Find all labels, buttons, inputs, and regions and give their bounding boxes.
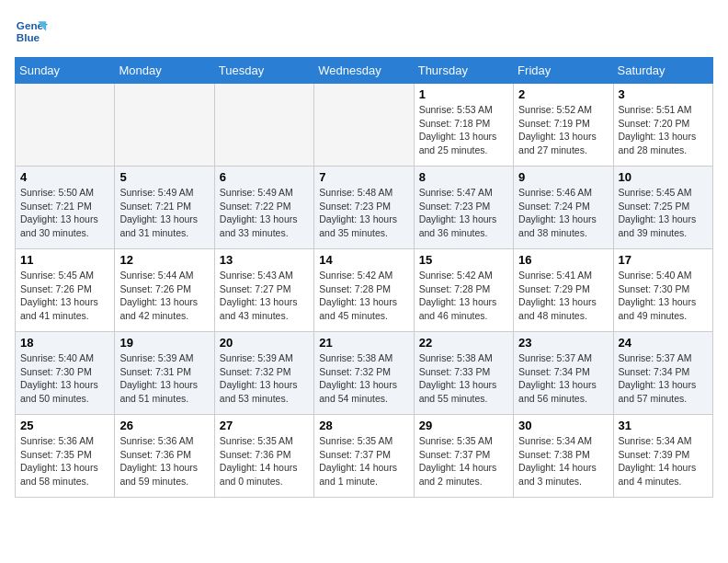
day-info: Sunrise: 5:47 AM Sunset: 7:23 PM Dayligh…: [419, 186, 508, 240]
day-info: Sunrise: 5:43 AM Sunset: 7:27 PM Dayligh…: [220, 269, 309, 323]
day-info: Sunrise: 5:37 AM Sunset: 7:34 PM Dayligh…: [518, 351, 608, 406]
calendar-day-cell: 16Sunrise: 5:41 AM Sunset: 7:29 PM Dayli…: [514, 249, 613, 332]
weekday-header: Thursday: [414, 58, 513, 84]
weekday-header: Saturday: [613, 58, 712, 84]
day-number: 6: [220, 170, 309, 184]
calendar-day-cell: 28Sunrise: 5:35 AM Sunset: 7:37 PM Dayli…: [314, 415, 414, 498]
calendar-day-cell: 27Sunrise: 5:35 AM Sunset: 7:36 PM Dayli…: [214, 415, 313, 498]
day-number: 7: [319, 170, 408, 184]
day-info: Sunrise: 5:34 AM Sunset: 7:39 PM Dayligh…: [619, 434, 708, 488]
calendar-day-cell: 5Sunrise: 5:49 AM Sunset: 7:21 PM Daylig…: [115, 167, 214, 249]
day-info: Sunrise: 5:36 AM Sunset: 7:35 PM Dayligh…: [20, 434, 109, 488]
calendar-day-cell: [214, 84, 313, 167]
day-number: 9: [518, 170, 608, 184]
calendar-day-cell: 29Sunrise: 5:35 AM Sunset: 7:37 PM Dayli…: [414, 415, 513, 498]
calendar-day-cell: 19Sunrise: 5:39 AM Sunset: 7:31 PM Dayli…: [115, 332, 214, 415]
calendar-day-cell: 31Sunrise: 5:34 AM Sunset: 7:39 PM Dayli…: [613, 415, 712, 498]
weekday-header: Wednesday: [314, 58, 414, 84]
day-number: 21: [319, 336, 408, 350]
calendar-day-cell: 11Sunrise: 5:45 AM Sunset: 7:26 PM Dayli…: [16, 249, 115, 332]
day-number: 11: [20, 253, 109, 267]
calendar-day-cell: 4Sunrise: 5:50 AM Sunset: 7:21 PM Daylig…: [16, 167, 115, 249]
day-info: Sunrise: 5:34 AM Sunset: 7:38 PM Dayligh…: [518, 434, 608, 488]
day-number: 20: [220, 336, 309, 350]
day-info: Sunrise: 5:49 AM Sunset: 7:22 PM Dayligh…: [220, 186, 309, 240]
day-number: 10: [619, 170, 708, 184]
day-info: Sunrise: 5:48 AM Sunset: 7:23 PM Dayligh…: [319, 186, 408, 240]
weekday-header: Friday: [514, 58, 613, 84]
day-info: Sunrise: 5:40 AM Sunset: 7:30 PM Dayligh…: [619, 269, 708, 323]
calendar-day-cell: 9Sunrise: 5:46 AM Sunset: 7:24 PM Daylig…: [514, 167, 613, 249]
calendar-day-cell: 25Sunrise: 5:36 AM Sunset: 7:35 PM Dayli…: [16, 415, 115, 498]
weekday-header: Tuesday: [214, 58, 313, 84]
day-number: 4: [20, 170, 109, 184]
day-number: 22: [419, 336, 508, 350]
calendar-day-cell: 6Sunrise: 5:49 AM Sunset: 7:22 PM Daylig…: [214, 167, 313, 249]
day-number: 26: [119, 419, 209, 432]
day-number: 5: [119, 170, 209, 184]
calendar-week-row: 11Sunrise: 5:45 AM Sunset: 7:26 PM Dayli…: [16, 249, 713, 332]
day-number: 27: [220, 419, 309, 432]
page-header: General Blue: [15, 15, 713, 48]
day-number: 15: [419, 253, 508, 267]
calendar-week-row: 18Sunrise: 5:40 AM Sunset: 7:30 PM Dayli…: [16, 332, 713, 415]
logo-icon: General Blue: [15, 15, 48, 48]
day-number: 24: [619, 336, 708, 350]
calendar-day-cell: 7Sunrise: 5:48 AM Sunset: 7:23 PM Daylig…: [314, 167, 414, 249]
calendar-day-cell: 2Sunrise: 5:52 AM Sunset: 7:19 PM Daylig…: [514, 84, 613, 167]
day-info: Sunrise: 5:44 AM Sunset: 7:26 PM Dayligh…: [119, 269, 209, 323]
calendar-day-cell: 18Sunrise: 5:40 AM Sunset: 7:30 PM Dayli…: [16, 332, 115, 415]
day-number: 1: [419, 87, 508, 101]
day-number: 17: [619, 253, 708, 267]
calendar-day-cell: 3Sunrise: 5:51 AM Sunset: 7:20 PM Daylig…: [613, 84, 712, 167]
day-info: Sunrise: 5:42 AM Sunset: 7:28 PM Dayligh…: [319, 269, 408, 323]
day-info: Sunrise: 5:35 AM Sunset: 7:37 PM Dayligh…: [319, 434, 408, 488]
day-number: 2: [518, 87, 608, 101]
calendar-day-cell: 17Sunrise: 5:40 AM Sunset: 7:30 PM Dayli…: [613, 249, 712, 332]
svg-text:Blue: Blue: [17, 31, 40, 43]
day-info: Sunrise: 5:53 AM Sunset: 7:18 PM Dayligh…: [419, 103, 508, 157]
calendar-day-cell: 14Sunrise: 5:42 AM Sunset: 7:28 PM Dayli…: [314, 249, 414, 332]
day-info: Sunrise: 5:39 AM Sunset: 7:32 PM Dayligh…: [220, 351, 309, 406]
day-number: 29: [419, 419, 508, 432]
day-number: 23: [518, 336, 608, 350]
day-info: Sunrise: 5:46 AM Sunset: 7:24 PM Dayligh…: [518, 186, 608, 240]
calendar-day-cell: 21Sunrise: 5:38 AM Sunset: 7:32 PM Dayli…: [314, 332, 414, 415]
day-info: Sunrise: 5:37 AM Sunset: 7:34 PM Dayligh…: [619, 351, 708, 406]
calendar-day-cell: 12Sunrise: 5:44 AM Sunset: 7:26 PM Dayli…: [115, 249, 214, 332]
calendar-day-cell: 8Sunrise: 5:47 AM Sunset: 7:23 PM Daylig…: [414, 167, 513, 249]
day-info: Sunrise: 5:35 AM Sunset: 7:37 PM Dayligh…: [419, 434, 508, 488]
day-info: Sunrise: 5:42 AM Sunset: 7:28 PM Dayligh…: [419, 269, 508, 323]
day-number: 18: [20, 336, 109, 350]
day-info: Sunrise: 5:50 AM Sunset: 7:21 PM Dayligh…: [20, 186, 109, 240]
day-info: Sunrise: 5:38 AM Sunset: 7:32 PM Dayligh…: [319, 351, 408, 406]
day-info: Sunrise: 5:51 AM Sunset: 7:20 PM Dayligh…: [619, 103, 708, 157]
calendar-week-row: 1Sunrise: 5:53 AM Sunset: 7:18 PM Daylig…: [16, 84, 713, 167]
calendar-day-cell: 10Sunrise: 5:45 AM Sunset: 7:25 PM Dayli…: [613, 167, 712, 249]
weekday-header-row: SundayMondayTuesdayWednesdayThursdayFrid…: [16, 58, 713, 84]
logo: General Blue: [15, 15, 48, 48]
calendar-table: SundayMondayTuesdayWednesdayThursdayFrid…: [15, 57, 713, 498]
day-info: Sunrise: 5:49 AM Sunset: 7:21 PM Dayligh…: [119, 186, 209, 240]
day-info: Sunrise: 5:40 AM Sunset: 7:30 PM Dayligh…: [20, 351, 109, 406]
day-info: Sunrise: 5:41 AM Sunset: 7:29 PM Dayligh…: [518, 269, 608, 323]
calendar-day-cell: 22Sunrise: 5:38 AM Sunset: 7:33 PM Dayli…: [414, 332, 513, 415]
weekday-header: Monday: [115, 58, 214, 84]
calendar-day-cell: 24Sunrise: 5:37 AM Sunset: 7:34 PM Dayli…: [613, 332, 712, 415]
day-info: Sunrise: 5:45 AM Sunset: 7:25 PM Dayligh…: [619, 186, 708, 240]
day-number: 25: [20, 419, 109, 432]
calendar-day-cell: 20Sunrise: 5:39 AM Sunset: 7:32 PM Dayli…: [214, 332, 313, 415]
calendar-week-row: 4Sunrise: 5:50 AM Sunset: 7:21 PM Daylig…: [16, 167, 713, 249]
day-number: 3: [619, 87, 708, 101]
day-number: 13: [220, 253, 309, 267]
day-info: Sunrise: 5:52 AM Sunset: 7:19 PM Dayligh…: [518, 103, 608, 157]
calendar-day-cell: 13Sunrise: 5:43 AM Sunset: 7:27 PM Dayli…: [214, 249, 313, 332]
weekday-header: Sunday: [16, 58, 115, 84]
calendar-day-cell: 15Sunrise: 5:42 AM Sunset: 7:28 PM Dayli…: [414, 249, 513, 332]
calendar-day-cell: [115, 84, 214, 167]
day-info: Sunrise: 5:35 AM Sunset: 7:36 PM Dayligh…: [220, 434, 309, 488]
day-number: 12: [119, 253, 209, 267]
day-number: 19: [119, 336, 209, 350]
calendar-day-cell: 26Sunrise: 5:36 AM Sunset: 7:36 PM Dayli…: [115, 415, 214, 498]
calendar-day-cell: 1Sunrise: 5:53 AM Sunset: 7:18 PM Daylig…: [414, 84, 513, 167]
